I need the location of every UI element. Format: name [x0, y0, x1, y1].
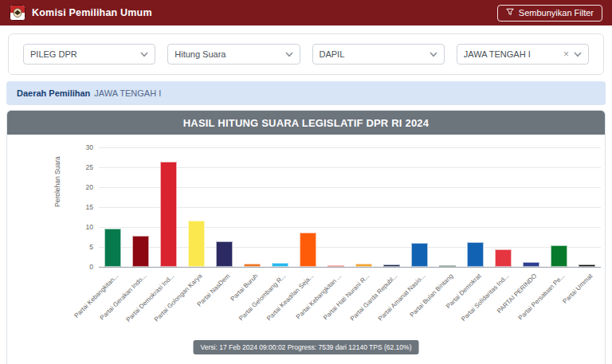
chart-bar[interactable] [104, 229, 121, 267]
app-title: Komisi Pemilihan Umum [32, 7, 152, 18]
chart-bar[interactable] [132, 236, 149, 267]
y-axis-tick-label: 10 [73, 223, 93, 231]
version-progress-badge: Versi: 17 Feb 2024 09:00:02 Progress: 75… [194, 340, 419, 354]
y-gridline [99, 147, 601, 148]
bar-chart: Versi: 17 Feb 2024 09:00:02 Progress: 75… [7, 135, 605, 364]
chart-bar[interactable] [523, 262, 539, 267]
y-axis-tick-label: 0 [73, 263, 93, 271]
chart-bar[interactable] [160, 162, 177, 267]
chart-bar[interactable] [188, 221, 205, 267]
results-chart-card: HASIL HITUNG SUARA LEGISLATIF DPR RI 202… [6, 110, 606, 364]
hide-filter-label: Sembunyikan Filter [519, 8, 594, 18]
chart-bar[interactable] [439, 265, 456, 267]
x-axis-line [99, 267, 601, 268]
chevron-down-icon [430, 49, 437, 59]
chart-bar[interactable] [383, 264, 400, 267]
brand: Komisi Pemilihan Umum [10, 5, 152, 21]
chart-header: HASIL HITUNG SUARA LEGISLATIF DPR RI 202… [7, 111, 605, 135]
chevron-down-icon [140, 49, 148, 59]
daerah-pemilihan-label: Daerah Pemilihan [17, 88, 90, 98]
chart-bar[interactable] [411, 243, 428, 267]
select-count-mode-value: Hitung Suara [175, 49, 284, 59]
select-election-type-value: PILEG DPR [30, 49, 140, 59]
chart-title: HASIL HITUNG SUARA LEGISLATIF DPR RI 202… [183, 117, 429, 129]
hide-filter-button[interactable]: Sembunyikan Filter [497, 5, 602, 22]
kpu-logo-icon [10, 5, 26, 21]
select-region-value: JAWA TENGAH I [464, 49, 563, 59]
daerah-pemilihan-banner: Daerah Pemilihan JAWA TENGAH I [6, 81, 606, 105]
y-axis-tick-label: 5 [73, 243, 93, 251]
select-dapil[interactable]: DAPIL [312, 44, 445, 65]
chart-bar[interactable] [328, 265, 344, 267]
page: Komisi Pemilihan Umum Sembunyikan Filter… [0, 0, 612, 364]
select-region[interactable]: JAWA TENGAH I × [457, 44, 589, 65]
daerah-pemilihan-value: JAWA TENGAH I [94, 88, 161, 98]
y-axis-tick-label: 30 [73, 143, 93, 151]
y-axis-tick-label: 15 [73, 203, 93, 211]
filter-funnel-icon [506, 8, 514, 18]
select-election-type[interactable]: PILEG DPR [23, 44, 155, 65]
clear-selection-icon[interactable]: × [563, 49, 569, 59]
chart-bar[interactable] [579, 264, 595, 267]
chart-bar[interactable] [300, 233, 316, 267]
chart-bar[interactable] [355, 264, 372, 267]
select-dapil-value: DAPIL [320, 49, 430, 59]
chart-bar[interactable] [467, 242, 484, 267]
chart-bar[interactable] [551, 245, 567, 267]
chart-bar[interactable] [272, 263, 288, 267]
chart-bar[interactable] [244, 264, 261, 267]
filter-panel: PILEG DPR Hitung Suara DAPIL JAWA TENGAH… [8, 33, 604, 75]
chevron-down-icon [574, 49, 582, 59]
y-axis-tick-label: 25 [73, 163, 93, 171]
chart-bar[interactable] [495, 249, 512, 267]
chart-bar[interactable] [216, 241, 233, 267]
y-axis-tick-label: 20 [73, 183, 93, 191]
app-header: Komisi Pemilihan Umum Sembunyikan Filter [0, 0, 612, 25]
chevron-down-icon [285, 49, 293, 59]
select-count-mode[interactable]: Hitung Suara [167, 44, 300, 65]
